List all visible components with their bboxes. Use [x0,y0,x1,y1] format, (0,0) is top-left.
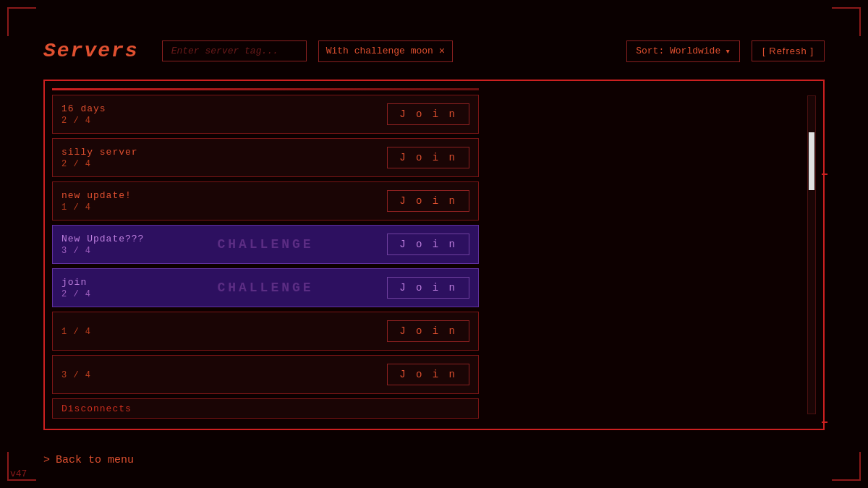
join-button[interactable]: J o i n [387,234,469,255]
server-name: 16 days [61,103,387,114]
filter-close-icon[interactable]: × [439,46,445,57]
server-name: new update! [61,190,387,201]
server-players: 1 / 4 [61,202,387,213]
server-row: silly server2 / 4J o i n [52,138,479,177]
server-tag-input[interactable] [162,40,307,61]
tick-right2 [822,421,827,423]
join-button[interactable]: J o i n [387,147,469,168]
back-arrow-icon: > [43,454,50,466]
header: Servers With challenge moon × Sort: Worl… [43,40,825,62]
tick-right [822,174,827,175]
join-button[interactable]: J o i n [387,190,469,212]
server-row: 3 / 4J o i n [52,355,479,394]
sort-chevron-icon: ▾ [725,46,731,57]
server-row: New Update???3 / 4CHALLENGEJ o i n [52,225,479,264]
page-title: Servers [43,40,139,62]
server-info: 3 / 4 [61,369,387,380]
top-divider [52,88,479,90]
corner-br [832,452,861,481]
partial-server-name: Disconnects [61,403,132,414]
server-row: join2 / 4CHALLENGEJ o i n [52,268,479,307]
back-label: Back to menu [56,454,134,466]
corner-tl [7,7,36,36]
server-players: 1 / 4 [61,327,387,337]
server-row-partial: Disconnects [52,398,479,419]
main-panel: 16 days2 / 4J o i nsilly server2 / 4J o … [43,80,825,430]
server-players: 2 / 4 [61,116,387,126]
server-players: 2 / 4 [61,159,387,169]
server-players: 3 / 4 [61,370,387,380]
join-button[interactable]: J o i n [387,103,469,125]
server-name: silly server [61,147,387,158]
version-label: v47 [10,468,27,479]
join-button[interactable]: J o i n [387,320,469,342]
server-info: 1 / 4 [61,325,387,337]
refresh-button[interactable]: [ Refresh ] [752,40,825,61]
challenge-label: CHALLENGE [217,237,313,252]
corner-tr [832,7,861,36]
join-button[interactable]: J o i n [387,364,469,385]
sort-dropdown[interactable]: Sort: Worldwide ▾ [626,40,740,62]
server-info: silly server2 / 4 [61,147,387,169]
scrollbar-track[interactable] [807,95,816,414]
filter-badge: With challenge moon × [318,40,454,62]
challenge-label: CHALLENGE [217,281,313,295]
join-button[interactable]: J o i n [387,277,469,299]
back-to-menu[interactable]: > Back to menu [43,454,134,466]
server-row: new update!1 / 4J o i n [52,181,479,221]
server-info: new update!1 / 4 [61,190,387,213]
server-info: 16 days2 / 4 [61,103,387,126]
filter-label: With challenge moon [326,46,433,56]
server-row: 1 / 4J o i n [52,312,479,351]
scrollbar-thumb [809,132,814,190]
sort-label: Sort: Worldwide [636,46,720,56]
server-list: 16 days2 / 4J o i nsilly server2 / 4J o … [52,88,801,421]
server-row: 16 days2 / 4J o i n [52,95,479,134]
